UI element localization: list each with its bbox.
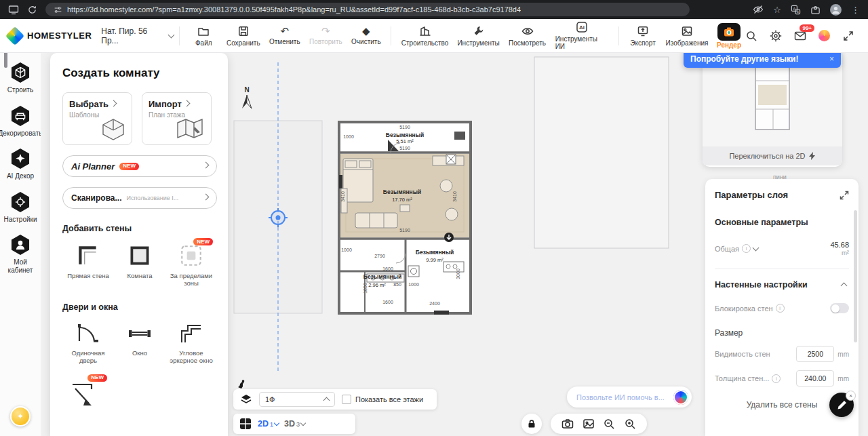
screen-share-icon[interactable] <box>8 4 19 15</box>
file-button[interactable]: Файл <box>185 25 222 47</box>
room-label[interactable]: Безымянный <box>386 132 424 138</box>
mini-plan-icon <box>742 62 803 136</box>
floor-select[interactable]: 1Ф <box>259 392 335 407</box>
expand-panel-icon[interactable] <box>840 191 849 200</box>
avatar[interactable] <box>830 4 842 16</box>
floor-plan[interactable]: 5190 1000 1000 5190 3410 3410 5190 1000 … <box>339 122 471 315</box>
level-marker[interactable] <box>444 233 454 242</box>
images-label: Изображения <box>666 39 709 47</box>
search-icon[interactable] <box>745 30 757 42</box>
view-button[interactable]: Посмотреть <box>504 25 550 47</box>
screenshot-icon[interactable] <box>583 418 595 430</box>
wrench-icon <box>473 25 485 37</box>
floor-plan-canvas[interactable]: N <box>231 53 705 382</box>
scene-preview-card[interactable]: Переключиться на 2D <box>703 52 842 167</box>
reading-mode-icon[interactable] <box>753 4 764 15</box>
tab-2d-count: 1 <box>270 421 273 428</box>
zoom-in-icon[interactable] <box>624 418 636 430</box>
walkthrough-icon[interactable] <box>236 379 246 389</box>
room-wall-tool[interactable]: Комната <box>114 243 165 288</box>
homestyler-logo[interactable]: HOMESTYLER <box>8 29 92 43</box>
room-label[interactable]: Безымянный <box>363 273 401 280</box>
images-button[interactable]: Изображения <box>661 25 713 47</box>
dimension-label: 5190 <box>399 125 410 130</box>
translate-icon[interactable]: Aa <box>791 5 801 15</box>
ai-tools-button[interactable]: Ai Инструменты ИИ <box>551 21 613 50</box>
reload-icon[interactable] <box>27 5 37 15</box>
wall-visibility-input[interactable] <box>796 346 834 362</box>
site-settings-icon[interactable] <box>54 5 62 14</box>
layers-icon[interactable] <box>240 393 252 405</box>
redo-button[interactable]: ↷ Повторить <box>304 26 347 45</box>
rewards-icon[interactable]: ✦ <box>10 406 31 427</box>
instruments-button[interactable]: Инструменты <box>453 25 504 47</box>
right-zone[interactable] <box>534 57 669 248</box>
construction-button[interactable]: Строительство <box>397 25 453 47</box>
scan-button[interactable]: Сканирова... Использование I... <box>62 187 217 209</box>
messages-icon[interactable]: 99+ <box>794 30 806 42</box>
build-hexagon-icon <box>9 61 32 84</box>
window-tool[interactable]: Окно <box>114 321 165 365</box>
switch-2d-label: Переключиться на 2D <box>729 152 805 160</box>
sidebar-item-decorate[interactable]: Декорировать <box>0 104 41 138</box>
export-button[interactable]: Экспорт <box>625 25 661 47</box>
wall-settings-title[interactable]: Настенные настройки <box>715 280 849 290</box>
info-icon[interactable]: i <box>776 304 785 313</box>
tab-2d[interactable]: 2D 1 <box>258 419 279 429</box>
media-bar <box>551 414 647 434</box>
url-bar[interactable]: https://3d.homestyler.com/?spm=a1zmxy.30… <box>45 3 690 16</box>
settings-label: Настройки <box>3 216 37 224</box>
wall-lock-row: Блокировка стен i <box>715 303 849 313</box>
info-icon[interactable]: i <box>772 374 781 383</box>
promo-icon[interactable] <box>818 30 830 41</box>
wall-thickness-input[interactable] <box>796 370 834 387</box>
single-door-tool[interactable]: Одиночная дверь <box>62 321 114 365</box>
save-button[interactable]: Сохранить <box>222 25 264 47</box>
dimension-label: 1000 <box>454 134 465 139</box>
total-area-row: Общая i 45.68 m² <box>715 241 849 256</box>
sliding-door-tool[interactable]: NEW <box>62 380 103 407</box>
wall-visibility-label: Видимость стен <box>715 350 770 358</box>
chevron-down-icon[interactable] <box>753 244 760 251</box>
show-all-floors-checkbox[interactable] <box>342 395 351 404</box>
extensions-icon[interactable] <box>810 5 821 15</box>
undo-button[interactable]: ↶ Отменить <box>264 26 304 45</box>
sidebar-item-ai-decor[interactable]: AI Декор <box>0 147 41 180</box>
render-button[interactable]: Рендер <box>717 23 741 49</box>
room-label[interactable]: Безымянный <box>416 249 454 256</box>
room-label[interactable]: Безымянный <box>383 189 421 195</box>
import-floorplan-card[interactable]: Импорт План этажа <box>142 92 212 145</box>
zoom-out-icon[interactable] <box>603 418 615 430</box>
sidebar-item-my-cabinet[interactable]: Мой кабинет <box>0 233 41 274</box>
project-selector[interactable]: Нат. Пир. 56 Пр... <box>101 26 174 45</box>
tab-3d[interactable]: 3D 3 <box>284 419 305 429</box>
info-icon[interactable]: i <box>742 244 751 253</box>
construction-label: Строительство <box>401 39 449 47</box>
camera-icon[interactable] <box>561 418 574 430</box>
settings-gear-icon[interactable] <box>770 30 782 42</box>
fullscreen-icon[interactable] <box>842 30 854 42</box>
ai-helper-input[interactable] <box>575 393 669 402</box>
chevron-up-icon[interactable] <box>841 283 848 290</box>
outside-zone-tool[interactable]: NEW За пределами зоны <box>165 243 217 288</box>
choose-templates-card[interactable]: Выбрать Шаблоны <box>62 92 132 145</box>
ai-planner-button[interactable]: Ai Planner NEW <box>62 155 217 177</box>
panel-scrollbar[interactable] <box>854 210 857 342</box>
grid-view-icon[interactable] <box>239 417 252 431</box>
feedback-fab[interactable]: × <box>829 393 854 417</box>
lock-button[interactable] <box>521 414 542 434</box>
ai-orb-icon[interactable] <box>673 390 688 405</box>
save-label: Сохранить <box>226 39 260 47</box>
sidebar-item-settings[interactable]: Настройки <box>0 191 41 224</box>
straight-wall-tool[interactable]: Прямая стена <box>62 243 114 288</box>
switch-2d-button[interactable]: Переключиться на 2D <box>703 146 842 165</box>
tab-2d-label: 2D <box>258 419 269 429</box>
close-icon[interactable]: × <box>846 391 856 401</box>
door-leaf <box>434 311 449 315</box>
browser-menu-icon[interactable]: ⋮ <box>851 5 860 14</box>
wall-lock-toggle[interactable] <box>830 303 849 313</box>
bookmark-star-icon[interactable]: ☆ <box>773 5 781 14</box>
clear-button[interactable]: ◆ Очистить <box>347 26 385 45</box>
corner-bay-window-tool[interactable]: Угловое эркерное окно <box>165 321 217 365</box>
tooltip-close-icon[interactable]: × <box>829 54 834 64</box>
